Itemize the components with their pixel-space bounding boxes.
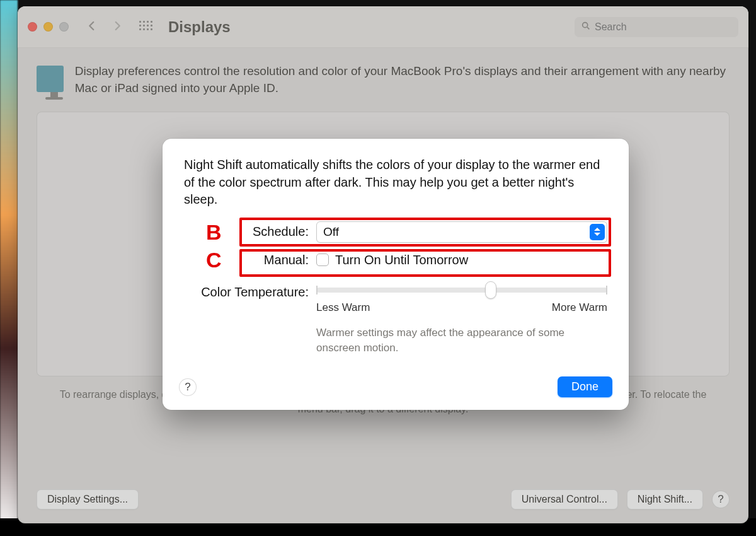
svg-point-0 [583,22,588,27]
header-block: Display preferences control the resoluti… [18,48,748,107]
manual-checkbox-label[interactable]: Turn On Until Tomorrow [335,253,468,267]
desktop-wallpaper-sliver [0,0,18,536]
schedule-popup[interactable]: Off [316,221,607,243]
schedule-label: Schedule: [184,224,316,239]
sheet-bottom-bar: ? Done [179,376,612,397]
color-temperature-slider[interactable] [316,288,607,293]
toolbar: Displays [18,6,748,48]
universal-control-button[interactable]: Universal Control... [511,489,618,510]
display-settings-button[interactable]: Display Settings... [37,489,139,510]
show-all-preferences-button[interactable] [139,21,152,33]
search-icon [581,21,595,33]
schedule-value: Off [323,225,339,239]
system-preferences-window: Displays Display preferences control the… [18,6,748,523]
help-button[interactable]: ? [712,491,730,508]
manual-checkbox[interactable] [316,253,329,266]
more-warm-label: More Warm [552,301,607,314]
night-shift-button[interactable]: Night Shift... [627,489,703,510]
window-controls [28,22,69,32]
close-window-button[interactable] [28,22,37,32]
night-shift-sheet: Night Shift automatically shifts the col… [163,139,629,410]
color-temperature-label: Color Temperature: [184,284,316,300]
manual-row: C Manual: Turn On Until Tomorrow [184,253,607,267]
nav-arrows [86,20,123,34]
annotation-c: C [206,248,222,272]
done-button[interactable]: Done [558,376,612,397]
sheet-help-button[interactable]: ? [179,378,197,396]
display-icon [37,66,64,92]
less-warm-label: Less Warm [316,301,370,314]
annotation-b: B [206,219,222,244]
slider-note: Warmer settings may affect the appearanc… [316,325,607,356]
manual-label: Manual: [184,253,316,267]
search-input[interactable] [595,21,732,33]
slider-labels: Less Warm More Warm [316,301,607,314]
window-title: Displays [168,18,575,36]
back-button[interactable] [86,20,98,34]
svg-line-1 [587,27,589,29]
popup-stepper-icon [590,224,605,240]
slider-thumb[interactable] [485,281,496,299]
schedule-row: B Schedule: Off [184,221,607,243]
zoom-window-button[interactable] [59,22,69,32]
forward-button[interactable] [112,20,123,34]
search-field-container[interactable] [575,17,738,37]
bottom-button-bar: Display Settings... Universal Control...… [37,489,730,510]
color-temperature-row: Color Temperature: Less Warm More Warm W… [184,284,607,356]
header-description: Display preferences control the resoluti… [75,63,730,96]
minimize-window-button[interactable] [43,22,53,32]
sheet-description: Night Shift automatically shifts the col… [184,156,607,209]
